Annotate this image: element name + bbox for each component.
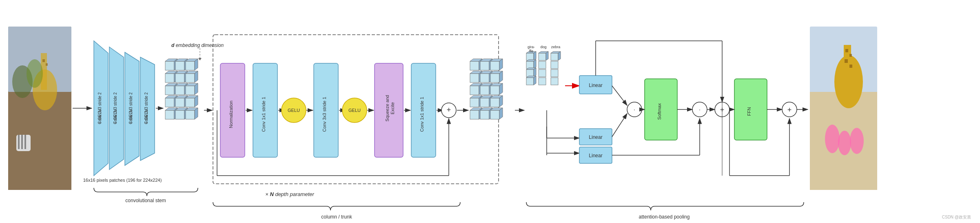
svg-marker-160 bbox=[534, 60, 536, 69]
svg-text:zebra: zebra bbox=[551, 45, 561, 49]
svg-rect-176 bbox=[551, 53, 558, 60]
svg-rect-229 bbox=[849, 54, 852, 57]
svg-rect-136 bbox=[470, 98, 479, 107]
svg-point-234 bbox=[850, 128, 864, 154]
svg-text:Linear: Linear bbox=[589, 134, 602, 140]
svg-text:GELU: GELU bbox=[348, 108, 361, 113]
svg-point-233 bbox=[838, 131, 851, 155]
svg-rect-142 bbox=[490, 98, 499, 107]
svg-text:+ GELU: + GELU bbox=[98, 109, 102, 124]
svg-rect-11 bbox=[18, 135, 20, 149]
svg-marker-166 bbox=[534, 76, 536, 85]
svg-rect-47 bbox=[165, 86, 174, 95]
svg-rect-65 bbox=[165, 110, 174, 119]
diagram-container: Conv 3x3 stride 2 + GELU Conv 3x3 stride… bbox=[0, 0, 980, 223]
svg-rect-53 bbox=[186, 86, 195, 95]
svg-rect-29 bbox=[165, 61, 174, 70]
svg-rect-173 bbox=[539, 69, 546, 77]
svg-rect-231 bbox=[849, 65, 852, 68]
svg-rect-180 bbox=[551, 69, 558, 77]
svg-rect-130 bbox=[480, 86, 489, 95]
svg-text:Conv 3x3 stride 1: Conv 3x3 stride 1 bbox=[322, 97, 327, 132]
svg-text:Conv 1x1 stride 1: Conv 1x1 stride 1 bbox=[261, 97, 266, 132]
svg-rect-50 bbox=[175, 86, 184, 95]
svg-rect-32 bbox=[175, 61, 184, 70]
svg-rect-127 bbox=[470, 86, 479, 95]
svg-marker-178 bbox=[558, 51, 561, 60]
svg-rect-161 bbox=[526, 69, 534, 77]
svg-rect-62 bbox=[186, 98, 195, 107]
svg-point-9 bbox=[27, 59, 43, 88]
svg-text:Softmax: Softmax bbox=[657, 103, 662, 120]
svg-rect-44 bbox=[186, 74, 195, 83]
svg-text:16x16 pixels patches (196 for : 16x16 pixels patches (196 for 224x224) bbox=[83, 178, 162, 183]
svg-rect-12 bbox=[21, 135, 23, 149]
svg-rect-169 bbox=[539, 53, 546, 60]
svg-rect-38 bbox=[165, 74, 174, 83]
svg-rect-7 bbox=[46, 63, 48, 66]
svg-rect-230 bbox=[845, 59, 848, 63]
svg-rect-71 bbox=[186, 110, 195, 119]
svg-rect-112 bbox=[480, 61, 489, 70]
svg-text:Excite: Excite bbox=[390, 102, 395, 114]
svg-rect-56 bbox=[165, 98, 174, 107]
svg-rect-121 bbox=[480, 74, 489, 83]
svg-text:convolutional stem: convolutional stem bbox=[125, 198, 166, 203]
svg-text:FFN: FFN bbox=[747, 107, 752, 116]
svg-text:Linear: Linear bbox=[589, 83, 602, 88]
svg-marker-171 bbox=[546, 51, 548, 60]
svg-text:+ GELU: + GELU bbox=[129, 109, 133, 124]
svg-rect-164 bbox=[526, 78, 534, 85]
svg-text:+ GELU: + GELU bbox=[144, 109, 149, 124]
svg-rect-124 bbox=[490, 74, 499, 83]
svg-text:Conv 1x1 stride 1: Conv 1x1 stride 1 bbox=[419, 97, 424, 132]
svg-rect-41 bbox=[175, 74, 184, 83]
svg-rect-118 bbox=[470, 74, 479, 83]
svg-marker-157 bbox=[534, 51, 536, 60]
svg-point-232 bbox=[825, 125, 840, 153]
svg-text:ffe: ffe bbox=[529, 49, 533, 53]
svg-text:Squeeze and: Squeeze and bbox=[385, 95, 390, 122]
svg-rect-181 bbox=[551, 78, 558, 85]
svg-rect-145 bbox=[470, 110, 479, 119]
svg-rect-6 bbox=[42, 59, 45, 62]
svg-text:column / trunk: column / trunk bbox=[321, 214, 352, 220]
svg-text:× N depth parameter: × N depth parameter bbox=[265, 191, 314, 197]
svg-text:·: · bbox=[699, 106, 701, 113]
svg-text:+: + bbox=[787, 106, 792, 114]
svg-text:attention-based pooling: attention-based pooling bbox=[639, 214, 690, 220]
svg-rect-139 bbox=[480, 98, 489, 107]
svg-rect-35 bbox=[186, 61, 195, 70]
svg-rect-133 bbox=[490, 86, 499, 95]
svg-rect-151 bbox=[490, 110, 499, 119]
svg-rect-158 bbox=[526, 61, 534, 69]
svg-rect-174 bbox=[539, 78, 546, 85]
svg-text:+ GELU: + GELU bbox=[113, 109, 118, 124]
svg-rect-59 bbox=[175, 98, 184, 107]
svg-marker-163 bbox=[534, 68, 536, 77]
svg-rect-228 bbox=[845, 49, 848, 52]
svg-text:+: + bbox=[447, 106, 451, 114]
svg-text:dog: dog bbox=[540, 45, 546, 49]
svg-rect-172 bbox=[539, 61, 546, 69]
svg-rect-115 bbox=[490, 61, 499, 70]
svg-rect-179 bbox=[551, 61, 558, 69]
svg-text:gira-: gira- bbox=[528, 45, 535, 49]
svg-rect-109 bbox=[470, 61, 479, 70]
svg-text:d
       embedding dimension: d embedding dimension bbox=[171, 42, 224, 48]
svg-text:Normalization: Normalization bbox=[228, 100, 233, 128]
svg-text:GELU: GELU bbox=[288, 108, 300, 113]
svg-rect-148 bbox=[480, 110, 489, 119]
svg-text:Linear: Linear bbox=[589, 153, 602, 158]
svg-text:CSDN @政安晨: CSDN @政安晨 bbox=[942, 215, 971, 219]
svg-text:·: · bbox=[634, 106, 635, 113]
svg-rect-68 bbox=[175, 110, 184, 119]
svg-rect-155 bbox=[526, 53, 534, 60]
svg-rect-13 bbox=[24, 135, 26, 149]
